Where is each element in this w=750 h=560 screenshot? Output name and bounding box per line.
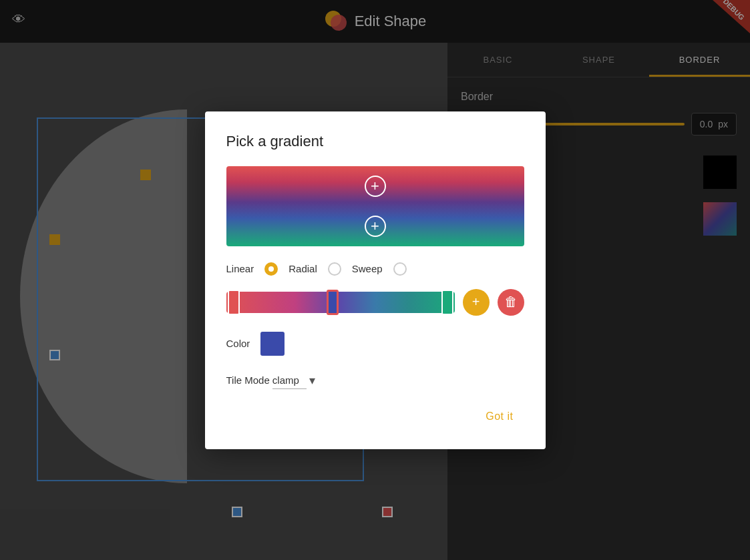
slider-stop-1[interactable] (228, 290, 240, 315)
dropdown-arrow-icon: ▾ (309, 373, 315, 388)
radio-linear[interactable] (264, 262, 278, 276)
dialog-title: Pick a gradient (226, 133, 524, 150)
gradient-add-top-btn[interactable]: + (365, 176, 386, 197)
delete-stop-button[interactable]: 🗑 (498, 289, 524, 316)
modal-overlay: Pick a gradient + + Linear Radial Sweep (0, 0, 750, 560)
gradient-type-label: Linear (226, 263, 254, 274)
add-stop-button[interactable]: + (463, 289, 490, 316)
radio-radial-label: Radial (289, 263, 317, 274)
color-picker-swatch[interactable] (260, 332, 285, 356)
radio-linear-circle[interactable] (264, 262, 278, 276)
radio-radial-circle[interactable] (328, 262, 341, 276)
radio-sweep-circle[interactable] (393, 262, 407, 276)
slider-stop-3[interactable] (441, 290, 453, 315)
slider-stop-selected[interactable] (327, 290, 339, 315)
gradient-dialog: Pick a gradient + + Linear Radial Sweep (205, 111, 546, 449)
gradient-add-bottom-btn[interactable]: + (365, 216, 386, 237)
dialog-footer: Got it (226, 405, 524, 428)
gradient-slider-bar[interactable] (226, 292, 455, 313)
color-row: Color (226, 332, 524, 356)
gradient-slider-container: + 🗑 (226, 289, 524, 316)
tile-mode-select[interactable]: clamp repeat mirror (272, 372, 307, 389)
color-label: Color (226, 338, 250, 349)
radio-sweep-label: Sweep (352, 263, 383, 274)
radio-row: Linear Radial Sweep (226, 262, 524, 276)
gradient-preview: + + (226, 166, 524, 246)
got-it-button[interactable]: Got it (475, 405, 524, 428)
tile-mode-label: Tile Mode (226, 374, 270, 386)
radio-radial[interactable] (328, 262, 341, 276)
radio-sweep[interactable] (393, 262, 407, 276)
tile-mode-row: Tile Mode clamp repeat mirror ▾ (226, 372, 524, 389)
